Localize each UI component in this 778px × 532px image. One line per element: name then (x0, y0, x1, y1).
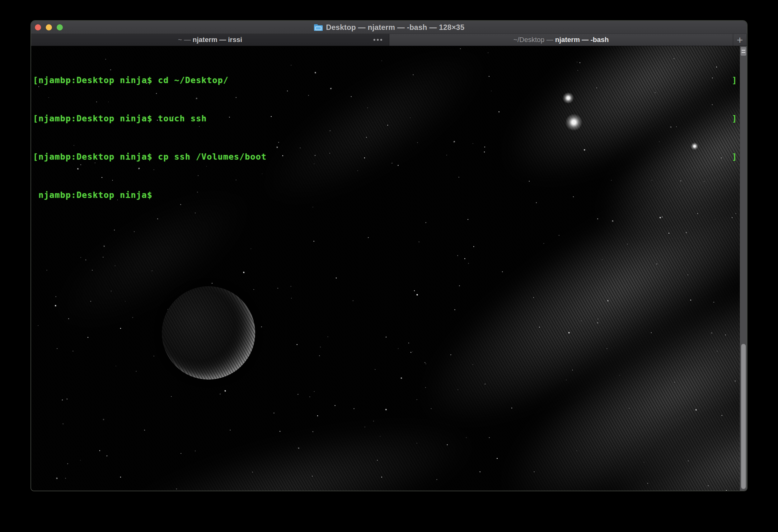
title-bar[interactable]: Desktop — njaterm — -bash — 128×35 (31, 21, 747, 34)
command-end-marks: ] ] ] (706, 48, 737, 188)
bright-star (691, 143, 698, 150)
bright-star (563, 92, 574, 104)
tab-bash-active[interactable]: ~/Desktop — njaterm — -bash (389, 34, 733, 46)
split-pane-icon[interactable] (741, 47, 746, 56)
scrollbar-thumb[interactable] (741, 344, 746, 489)
new-tab-button[interactable]: + (733, 34, 747, 46)
bright-star (565, 114, 582, 131)
folder-icon[interactable] (314, 24, 323, 31)
window-title: Desktop — njaterm — -bash — 128×35 (326, 23, 465, 32)
minimize-button[interactable] (46, 24, 52, 30)
prompt-line: [njambp:Desktop ninja$ touch ssh (33, 112, 267, 125)
scrollbar-track[interactable] (740, 46, 747, 491)
close-button[interactable] (35, 24, 41, 30)
prompt-line: [njambp:Desktop ninja$ cp ssh /Volumes/b… (33, 150, 267, 163)
window-controls (35, 21, 63, 33)
prompt-line: [njambp:Desktop ninja$ cd ~/Desktop/ (33, 74, 267, 86)
terminal-view[interactable]: [njambp:Desktop ninja$ cd ~/Desktop/ [nj… (31, 46, 747, 491)
ellipsis-icon[interactable] (372, 37, 383, 42)
tab-label: ~/Desktop — njaterm — -bash (514, 36, 609, 44)
title-group: Desktop — njaterm — -bash — 128×35 (314, 23, 465, 32)
tab-irssi[interactable]: ~ — njaterm — irssi (31, 34, 389, 46)
tab-label: ~ — njaterm — irssi (178, 36, 242, 44)
tab-bar: ~ — njaterm — irssi ~/Desktop — njaterm … (31, 34, 747, 46)
prompt-line: njambp:Desktop ninja$ (33, 188, 267, 201)
zoom-button[interactable] (57, 24, 63, 30)
terminal-output: [njambp:Desktop ninja$ cd ~/Desktop/ [nj… (33, 48, 267, 227)
terminal-window: Desktop — njaterm — -bash — 128×35 ~ — n… (31, 21, 747, 491)
